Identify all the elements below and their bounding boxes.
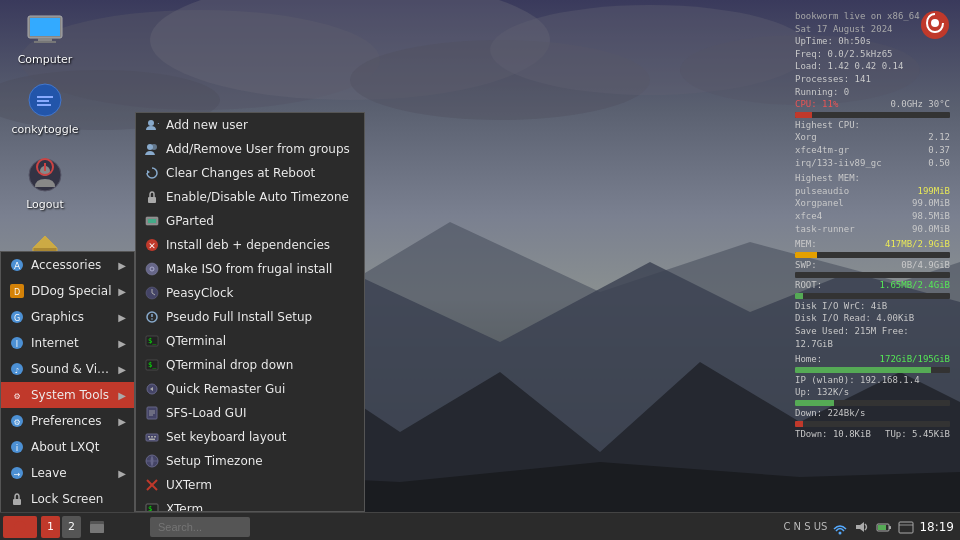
desktop-icon-logout[interactable]: Logout (10, 155, 80, 211)
uxterm-icon (144, 477, 160, 493)
add-user-icon: + (144, 117, 160, 133)
svg-text:I: I (16, 340, 18, 349)
taskbar-window-icon[interactable] (897, 518, 915, 536)
svg-point-44 (148, 120, 154, 126)
workspace-1[interactable]: 1 (41, 516, 60, 538)
svg-marker-48 (147, 170, 150, 174)
svg-text:⚙: ⚙ (13, 418, 20, 427)
svg-point-47 (151, 144, 157, 150)
lock-icon (9, 491, 25, 507)
submenu-enable-timezone[interactable]: Enable/Disable Auto Timezone (136, 185, 364, 209)
accessories-icon: A (9, 257, 25, 273)
menu-item-sound-video[interactable]: ♪ Sound & Video ▶ (1, 356, 134, 382)
submenu-add-user[interactable]: + Add new user (136, 113, 364, 137)
submenu-xterm[interactable]: $ XTerm (136, 497, 364, 512)
taskbar-volume-icon[interactable] (853, 518, 871, 536)
submenu-keyboard[interactable]: Set keyboard layout (136, 425, 364, 449)
svg-point-54 (146, 263, 158, 275)
svg-rect-15 (37, 96, 53, 98)
taskbar-left: 1 2 (0, 516, 783, 538)
menu-item-system-tools[interactable]: ⚙ System Tools ▶ (1, 382, 134, 408)
menu-item-internet[interactable]: I Internet ▶ (1, 330, 134, 356)
taskbar-right: C N S US 18:19 (783, 518, 960, 536)
conky-widget: bookworm live on x86_64 Sat 17 August 20… (795, 10, 950, 440)
desktop-icon-computer[interactable]: Computer (10, 10, 80, 66)
svg-rect-91 (878, 525, 886, 530)
preferences-icon: ⚙ (9, 413, 25, 429)
taskbar-search[interactable] (150, 517, 250, 537)
main-menu: A Accessories ▶ D DDog Special ▶ G Graph… (0, 251, 135, 512)
svg-rect-93 (899, 522, 913, 533)
sfs-load-icon (144, 405, 160, 421)
system-tools-icon: ⚙ (9, 387, 25, 403)
submenu-setup-timezone[interactable]: Setup Timezone (136, 449, 364, 473)
qterminal-icon: $_ (144, 333, 160, 349)
leave-icon: → (9, 465, 25, 481)
svg-point-24 (931, 19, 939, 27)
svg-text:G: G (14, 314, 20, 323)
taskbar-time: 18:19 (919, 520, 954, 534)
menu-item-leave[interactable]: → Leave ▶ (1, 460, 134, 486)
svg-text:$_: $_ (148, 337, 157, 345)
submenu-gparted[interactable]: GParted (136, 209, 364, 233)
submenu-peasyclock[interactable]: PeasyClock (136, 281, 364, 305)
peasyclock-icon (144, 285, 160, 301)
svg-rect-17 (37, 104, 51, 106)
svg-rect-73 (151, 436, 153, 438)
taskbar-quick-launch (87, 517, 107, 537)
taskbar-battery-icon (875, 518, 893, 536)
submenu-qterminal[interactable]: $_ QTerminal (136, 329, 364, 353)
menu-item-ddog[interactable]: D DDog Special ▶ (1, 278, 134, 304)
svg-rect-16 (37, 100, 49, 102)
desktop: Computer conkytoggle Logout (0, 0, 960, 540)
svg-rect-11 (30, 18, 60, 36)
svg-rect-51 (148, 219, 156, 223)
svg-text:+: + (157, 119, 159, 128)
submenu-qterminal-dd[interactable]: $_ QTerminal drop down (136, 353, 364, 377)
svg-rect-49 (148, 197, 156, 203)
svg-text:$_: $_ (148, 361, 157, 369)
svg-rect-12 (38, 38, 52, 41)
svg-point-86 (14, 521, 26, 533)
submenu-sfs-load[interactable]: SFS-Load GUI (136, 401, 364, 425)
workspace-2[interactable]: 2 (62, 516, 81, 538)
taskbar-icon-files[interactable] (87, 517, 107, 537)
start-button[interactable] (3, 516, 37, 538)
clear-changes-icon (144, 165, 160, 181)
add-remove-user-icon (144, 141, 160, 157)
svg-text:✕: ✕ (148, 241, 156, 251)
install-deb-icon: ✕ (144, 237, 160, 253)
submenu-add-remove-user[interactable]: Add/Remove User from groups (136, 137, 364, 161)
menu-item-preferences[interactable]: ⚙ Preferences ▶ (1, 408, 134, 434)
submenu-system-tools: + Add new user Add/Remove User from grou… (135, 112, 365, 512)
svg-text:A: A (14, 261, 21, 271)
gparted-icon (144, 213, 160, 229)
quick-remaster-icon (144, 381, 160, 397)
svg-rect-74 (154, 436, 156, 438)
submenu-uxterm[interactable]: UXTerm (136, 473, 364, 497)
submenu-quick-remaster[interactable]: Quick Remaster Gui (136, 377, 364, 401)
svg-text:⚙: ⚙ (13, 392, 20, 401)
svg-text:→: → (14, 470, 21, 479)
svg-text:i: i (16, 443, 19, 453)
menu-item-graphics[interactable]: G Graphics ▶ (1, 304, 134, 330)
submenu-make-iso[interactable]: Make ISO from frugal install (136, 257, 364, 281)
submenu-clear-changes[interactable]: Clear Changes at Reboot (136, 161, 364, 185)
desktop-icon-conkytoggle[interactable]: conkytoggle (10, 80, 80, 136)
svg-rect-13 (34, 41, 56, 43)
taskbar: 1 2 C N S US (0, 512, 960, 540)
svg-text:D: D (14, 288, 20, 297)
pseudo-install-icon (144, 309, 160, 325)
submenu-pseudo-install[interactable]: Pseudo Full Install Setup (136, 305, 364, 329)
about-icon: i (9, 439, 25, 455)
menu-item-accessories[interactable]: A Accessories ▶ (1, 252, 134, 278)
menu-item-about[interactable]: i About LXQt (1, 434, 134, 460)
make-iso-icon (144, 261, 160, 277)
taskbar-net-icon (831, 518, 849, 536)
svg-text:♪: ♪ (15, 367, 19, 375)
ddog-icon: D (9, 283, 25, 299)
submenu-install-deb[interactable]: ✕ Install deb + dependencies (136, 233, 364, 257)
svg-rect-43 (13, 499, 21, 505)
menu-item-lock[interactable]: Lock Screen (1, 486, 134, 512)
xterm-icon: $ (144, 501, 160, 512)
